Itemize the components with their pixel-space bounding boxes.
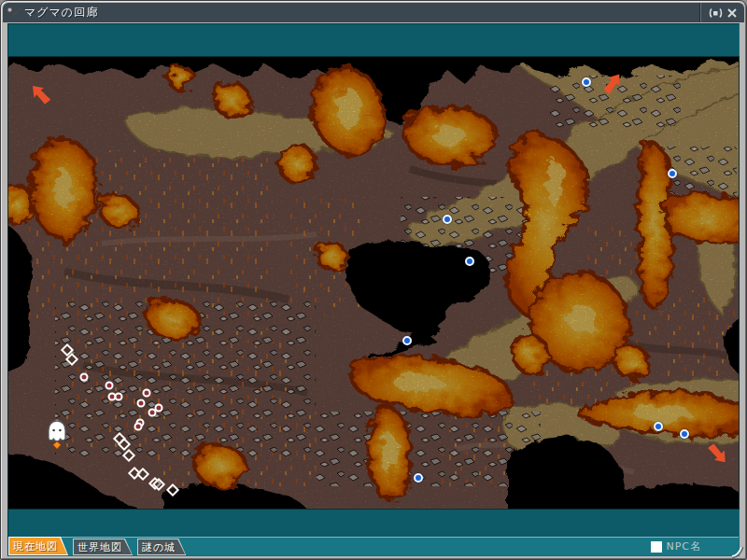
player-marker xyxy=(46,418,68,450)
monster-marker xyxy=(106,382,114,390)
window-body: 現在地図 世界地図 謎の城 NPC名 xyxy=(7,23,740,556)
exit-arrow-marker xyxy=(600,70,626,96)
item-marker xyxy=(122,449,135,462)
marker-layer xyxy=(8,57,739,509)
tag-icon xyxy=(6,6,22,20)
monster-marker xyxy=(148,409,157,417)
portal-marker xyxy=(680,429,689,439)
portal-marker xyxy=(582,77,591,87)
portal-marker xyxy=(414,473,423,483)
monster-marker xyxy=(80,373,89,382)
portal-marker xyxy=(443,215,452,224)
exit-arrow-marker xyxy=(706,441,731,467)
page-curl-resize-grip[interactable] xyxy=(730,545,745,559)
item-marker xyxy=(166,483,179,497)
tab-mystery-castle[interactable]: 謎の城 xyxy=(137,539,186,555)
tab-current-map-label: 現在地図 xyxy=(9,538,67,554)
tab-world-map[interactable]: 世界地図 xyxy=(73,539,133,555)
npc-name-checkbox[interactable] xyxy=(651,541,662,553)
monster-marker xyxy=(137,399,146,408)
tab-mystery-castle-label: 謎の城 xyxy=(138,539,185,554)
pin-window-icon[interactable] xyxy=(707,6,724,21)
map-tabbar: 現在地図 世界地図 謎の城 NPC名 xyxy=(8,537,739,555)
titlebar-buttons xyxy=(700,3,740,22)
portal-marker xyxy=(402,336,412,345)
monster-marker xyxy=(115,393,123,401)
portal-marker xyxy=(668,169,677,178)
map-canvas[interactable] xyxy=(8,57,739,509)
monster-marker xyxy=(143,389,151,398)
close-icon[interactable] xyxy=(724,6,740,21)
monster-marker xyxy=(134,423,143,431)
tab-current-map[interactable]: 現在地図 xyxy=(8,537,68,555)
npc-name-toggle-area: NPC名 xyxy=(651,538,739,555)
portal-marker xyxy=(465,257,474,266)
exit-arrow-marker xyxy=(27,81,52,107)
npc-name-label: NPC名 xyxy=(666,539,701,553)
window-title: マグマの回廊 xyxy=(24,5,98,21)
titlebar[interactable]: マグマの回廊 xyxy=(3,3,744,22)
portal-marker xyxy=(654,422,663,431)
tab-world-map-label: 世界地図 xyxy=(74,539,132,554)
map-window: マグマの回廊 xyxy=(0,0,747,560)
